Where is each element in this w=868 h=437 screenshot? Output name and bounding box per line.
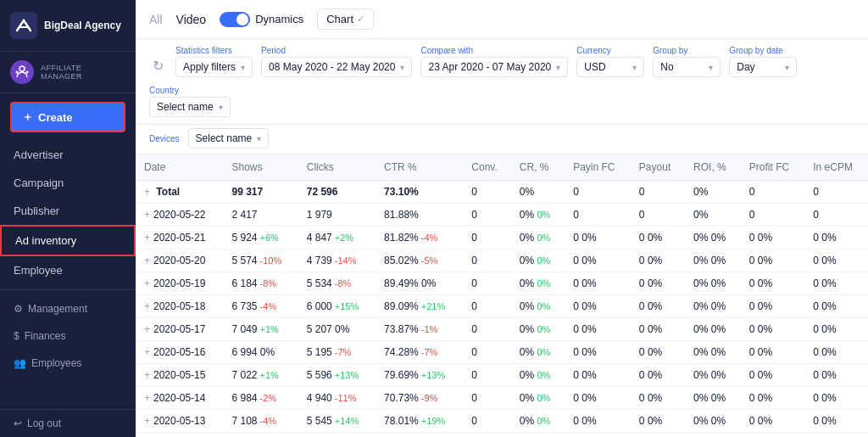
expand-icon[interactable]: +	[144, 415, 150, 427]
groupby-date-label: Group by date	[729, 46, 797, 55]
devices-select[interactable]: Select name ▾	[188, 128, 270, 148]
groupby-date-select[interactable]: Day ▾	[729, 57, 797, 77]
cell-ecpm: 0 0%	[804, 341, 868, 364]
finances-label: Finances	[25, 330, 66, 342]
cell-clicks: 4 940 -11%	[298, 387, 376, 410]
data-table: Date Shows Clicks CTR % Conv. CR, % Payi…	[136, 154, 868, 433]
expand-icon[interactable]: +	[144, 277, 150, 289]
cell-payin: 0 0%	[565, 387, 631, 410]
sidebar-item-campaign[interactable]: Campaign	[0, 169, 136, 197]
cell-conv: 0	[463, 204, 511, 227]
expand-icon[interactable]: +	[144, 186, 150, 198]
cell-conv: 0	[463, 295, 511, 318]
sidebar-item-publisher[interactable]: Publisher	[0, 197, 136, 225]
dynamics-label: Dynamics	[255, 13, 303, 25]
cell-ecpm: 0 0%	[804, 318, 868, 341]
delta-badge: 0%	[648, 392, 662, 404]
delta-badge: +15%	[332, 301, 359, 311]
delta-badge: 0%	[648, 232, 662, 244]
delta-badge: 0%	[821, 255, 836, 266]
logo-area: BigDeal Agency	[0, 0, 136, 52]
expand-icon[interactable]: +	[144, 209, 150, 221]
compare-value: 23 Apr 2020 - 07 May 2020	[428, 61, 551, 73]
delta-badge: 0%	[419, 277, 437, 289]
delta-badge: +6%	[258, 233, 279, 243]
delta-badge: -4%	[419, 233, 438, 243]
delta-badge: -4%	[258, 416, 277, 426]
cell-payin: 0 0%	[565, 341, 631, 364]
delta-badge: 0%	[821, 392, 836, 404]
statistics-filter-select[interactable]: Apply filters ▾	[175, 57, 253, 77]
delta-badge: 0%	[537, 347, 551, 357]
create-button[interactable]: ＋ Create	[10, 102, 125, 132]
cell-cr: 0% 0%	[511, 227, 565, 249]
sidebar-item-employee[interactable]: Employee	[0, 256, 136, 284]
tab-video[interactable]: Video	[176, 11, 207, 28]
compare-filter-group: Compare with 23 Apr 2020 - 07 May 2020 ▾	[420, 46, 568, 77]
tab-all[interactable]: All	[149, 11, 163, 28]
cell-payout: 0 0%	[631, 410, 685, 433]
delta-badge: -8%	[258, 278, 277, 289]
cell-ctr: 73.10%	[376, 181, 463, 204]
cell-payout: 0	[631, 204, 685, 227]
groupby-select[interactable]: No ▾	[653, 57, 721, 77]
cell-cr: 0% 0%	[511, 318, 565, 341]
cell-cr: 0% 0%	[511, 295, 565, 318]
cell-profit: 0 0%	[741, 341, 804, 364]
table-row: +2020-05-19 6 184 -8% 5 534 -8% 89.49% 0…	[136, 272, 868, 295]
cell-conv: 0	[463, 318, 511, 341]
expand-icon[interactable]: +	[144, 346, 150, 358]
delta-badge: +21%	[419, 301, 446, 311]
cell-profit: 0	[741, 204, 804, 227]
chart-button[interactable]: Chart ✓	[317, 8, 374, 30]
delta-badge: 0%	[821, 232, 836, 244]
expand-icon[interactable]: +	[144, 392, 150, 404]
delta-badge: 0%	[758, 277, 772, 289]
expand-icon[interactable]: +	[144, 369, 150, 381]
sidebar-item-label: Campaign	[14, 176, 64, 189]
cell-payout: 0 0%	[631, 249, 685, 272]
country-select[interactable]: Select name ▾	[149, 97, 231, 117]
groupby-date-filter-group: Group by date Day ▾	[729, 46, 797, 77]
groupby-date-value: Day	[737, 61, 754, 73]
cell-cr: 0% 0%	[511, 364, 565, 387]
delta-badge: -14%	[332, 255, 357, 266]
expand-icon[interactable]: +	[144, 232, 150, 244]
sidebar-item-management[interactable]: ⚙ Management	[0, 295, 136, 322]
currency-select[interactable]: USD ▾	[576, 57, 644, 77]
period-select[interactable]: 08 May 2020 - 22 May 2020 ▾	[261, 57, 412, 77]
devices-row: Devices Select name ▾	[136, 125, 868, 154]
dynamics-toggle[interactable]	[220, 12, 250, 27]
col-ctr: CTR %	[376, 154, 463, 181]
delta-badge: 0%	[581, 255, 596, 266]
plus-icon: ＋	[22, 109, 33, 125]
sidebar-item-employees[interactable]: 👥 Employees	[0, 350, 136, 377]
sidebar-item-finances[interactable]: $ Finances	[0, 322, 136, 350]
chevron-down-icon: ▾	[400, 63, 404, 72]
expand-icon[interactable]: +	[144, 255, 150, 266]
cell-ctr: 89.49% 0%	[376, 272, 463, 295]
delta-badge: +19%	[419, 416, 446, 426]
chevron-down-icon: ▾	[785, 63, 789, 72]
expand-icon[interactable]: +	[144, 300, 150, 312]
delta-badge: -2%	[258, 393, 277, 403]
table-row: +2020-05-15 7 022 +1% 5 596 +13% 79.69% …	[136, 364, 868, 387]
sidebar-item-logout[interactable]: ↩ Log out	[0, 410, 136, 437]
sidebar-item-label: Ad inventory	[15, 234, 76, 247]
cell-ecpm: 0 0%	[804, 387, 868, 410]
sidebar-item-advertiser[interactable]: Advertiser	[0, 141, 136, 169]
currency-filter-group: Currency USD ▾	[576, 46, 644, 77]
compare-select[interactable]: 23 Apr 2020 - 07 May 2020 ▾	[420, 57, 568, 77]
cell-shows: 7 049 +1%	[223, 318, 298, 341]
cell-payin: 0 0%	[565, 249, 631, 272]
expand-icon[interactable]: +	[144, 323, 150, 335]
delta-badge: 0%	[258, 346, 275, 358]
cell-conv: 0	[463, 341, 511, 364]
logout-icon: ↩	[14, 417, 22, 429]
refresh-button[interactable]: ↻	[149, 54, 167, 77]
cell-shows: 5 924 +6%	[223, 227, 298, 249]
sidebar-item-ad-inventory[interactable]: Ad inventory	[0, 225, 136, 256]
delta-badge: +2%	[332, 233, 353, 243]
table-row: +2020-05-18 6 735 -4% 6 000 +15% 89.09% …	[136, 295, 868, 318]
delta-badge: 0%	[758, 255, 772, 266]
